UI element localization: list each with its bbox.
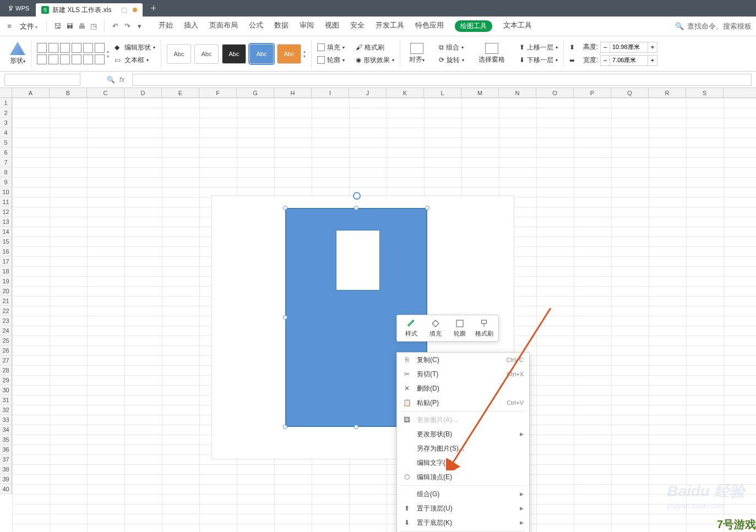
group-button[interactable]: ⧉组合▾ — [439, 43, 464, 52]
document-tab[interactable]: S 新建 XLS 工作表.xls ▢ — [36, 3, 143, 17]
style-3[interactable]: Abc — [222, 44, 246, 64]
style-gallery[interactable]: Abc Abc Abc Abc Abc — [167, 44, 301, 64]
tab-formula[interactable]: 公式 — [249, 20, 263, 32]
fill-button[interactable]: 填充▾ — [317, 43, 345, 52]
row-header-9[interactable]: 9 — [0, 177, 12, 187]
tab-preview-icon[interactable]: ▢ — [121, 6, 127, 14]
cm-paste[interactable]: 📋粘贴(P)Ctrl+V — [397, 396, 529, 410]
mini-outline[interactable]: 轮廓 — [448, 317, 472, 339]
tab-special[interactable]: 特色应用 — [415, 20, 444, 32]
col-header-D[interactable]: D — [124, 88, 162, 97]
mini-format-painter[interactable]: 格式刷 — [472, 317, 496, 339]
style-4[interactable]: Abc — [249, 44, 274, 64]
col-header-E[interactable]: E — [162, 88, 199, 97]
cm-change-shape[interactable]: 更改形状(B)▶ — [397, 427, 529, 441]
row-header-14[interactable]: 14 — [0, 227, 12, 237]
cm-cut[interactable]: ✂剪切(T)Ctrl+X — [397, 367, 529, 381]
col-header-G[interactable]: G — [237, 88, 274, 97]
row-header-2[interactable]: 2 — [0, 108, 12, 118]
width-plus[interactable]: + — [648, 55, 657, 66]
row-header-35[interactable]: 35 — [0, 435, 12, 445]
zoom-icon[interactable]: 🔍 — [107, 76, 115, 84]
handle-tm[interactable] — [354, 206, 358, 210]
select-all-corner[interactable] — [0, 88, 12, 98]
redo-icon[interactable]: ↷ — [122, 21, 132, 31]
cm-edit-vertex[interactable]: ⬡编辑顶点(E) — [397, 470, 529, 484]
row-header-37[interactable]: 37 — [0, 454, 12, 464]
row-header-24[interactable]: 24 — [0, 326, 12, 336]
col-header-C[interactable]: C — [87, 88, 124, 97]
file-menu[interactable]: 文件 — [17, 21, 41, 31]
row-header-11[interactable]: 11 — [0, 197, 12, 207]
col-header-J[interactable]: J — [349, 88, 387, 97]
edit-shape-button[interactable]: ◆编辑形状▾ — [115, 43, 155, 52]
handle-bm[interactable] — [354, 425, 358, 429]
cm-edit-text[interactable]: 编辑文字(X) — [397, 456, 529, 470]
text-box-button[interactable]: ▭文本框▾ — [115, 56, 155, 65]
row-header-17[interactable]: 17 — [0, 256, 12, 266]
row-header-25[interactable]: 25 — [0, 336, 12, 345]
col-header-S[interactable]: S — [686, 88, 724, 97]
print-preview-icon[interactable]: ◳ — [89, 21, 99, 31]
tab-text-tools[interactable]: 文本工具 — [503, 20, 532, 32]
style-5[interactable]: Abc — [277, 44, 301, 64]
tab-developer[interactable]: 开发工具 — [376, 20, 404, 32]
cm-bring-front[interactable]: ⬆置于顶层(U)▶ — [397, 501, 529, 515]
row-header-39[interactable]: 39 — [0, 474, 12, 484]
row-header-23[interactable]: 23 — [0, 316, 12, 326]
new-tab-button[interactable]: + — [143, 3, 164, 14]
format-painter-button[interactable]: 🖌格式刷 — [356, 43, 394, 52]
row-header-26[interactable]: 26 — [0, 345, 12, 355]
col-header-B[interactable]: B — [50, 88, 87, 97]
select-pane-button[interactable]: 选择窗格 — [475, 43, 508, 64]
row-header-15[interactable]: 15 — [0, 237, 12, 246]
align-button[interactable]: 对齐▾ — [406, 43, 428, 64]
row-header-1[interactable]: 1 — [0, 98, 12, 108]
move-down-button[interactable]: ⬇下移一层▾ — [519, 56, 558, 65]
row-header-28[interactable]: 28 — [0, 365, 12, 375]
move-up-button[interactable]: ⬆上移一层▾ — [519, 43, 558, 52]
row-header-5[interactable]: 5 — [0, 138, 12, 147]
mini-fill[interactable]: 填充 — [423, 317, 448, 339]
qat-more-icon[interactable]: ▾ — [134, 21, 144, 31]
name-box[interactable] — [4, 74, 80, 86]
row-header-27[interactable]: 27 — [0, 355, 12, 365]
cm-group[interactable]: 组合(G)▶ — [397, 487, 529, 501]
col-header-M[interactable]: M — [461, 88, 499, 97]
shape-effect-button[interactable]: ◉形状效果▾ — [356, 56, 394, 65]
col-header-H[interactable]: H — [274, 88, 312, 97]
col-header-R[interactable]: R — [649, 88, 686, 97]
row-header-16[interactable]: 16 — [0, 246, 12, 256]
row-header-10[interactable]: 10 — [0, 187, 12, 197]
col-header-P[interactable]: P — [574, 88, 611, 97]
undo-icon[interactable]: ↶ — [110, 21, 120, 31]
cm-delete[interactable]: ✕删除(D) — [397, 381, 529, 396]
handle-bl[interactable] — [283, 425, 287, 429]
tab-review[interactable]: 审阅 — [300, 20, 314, 32]
col-header-N[interactable]: N — [499, 88, 536, 97]
row-header-21[interactable]: 21 — [0, 296, 12, 306]
row-header-20[interactable]: 20 — [0, 286, 12, 296]
tab-start[interactable]: 开始 — [159, 20, 173, 32]
rotate-button[interactable]: ⟳旋转▾ — [439, 56, 464, 65]
row-header-19[interactable]: 19 — [0, 276, 12, 286]
row-header-7[interactable]: 7 — [0, 157, 12, 167]
search-placeholder[interactable]: 查找命令、搜索模板 — [687, 21, 752, 31]
tab-data[interactable]: 数据 — [274, 20, 289, 32]
column-headers[interactable]: ABCDEFGHIJKLMNOPQRS — [12, 88, 756, 98]
save-icon[interactable]: 🖫 — [52, 21, 62, 31]
cm-copy[interactable]: ⎘复制(C)Ctrl+C — [397, 353, 529, 367]
row-header-30[interactable]: 30 — [0, 385, 12, 395]
row-header-22[interactable]: 22 — [0, 306, 12, 316]
row-header-38[interactable]: 38 — [0, 464, 12, 474]
print-icon[interactable]: 🖶 — [77, 21, 86, 31]
rotate-handle[interactable] — [353, 192, 361, 200]
width-input[interactable] — [610, 55, 648, 66]
col-header-A[interactable]: A — [12, 88, 50, 97]
hamburger-icon[interactable]: ≡ — [4, 21, 14, 31]
formula-input[interactable] — [132, 74, 752, 86]
shape-button[interactable]: 形状▾ — [10, 42, 25, 65]
row-header-13[interactable]: 13 — [0, 217, 12, 227]
col-header-K[interactable]: K — [387, 88, 424, 97]
row-header-34[interactable]: 34 — [0, 425, 12, 435]
